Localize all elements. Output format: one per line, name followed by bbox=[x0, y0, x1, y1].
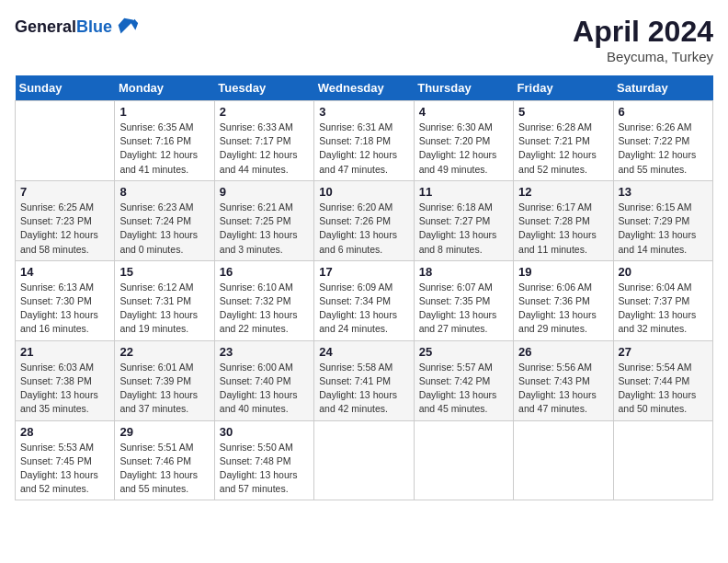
day-info: Sunrise: 6:03 AMSunset: 7:38 PMDaylight:… bbox=[20, 361, 109, 417]
title-block: April 2024 Beycuma, Turkey bbox=[573, 15, 713, 64]
calendar-cell: 6Sunrise: 6:26 AMSunset: 7:22 PMDaylight… bbox=[613, 101, 712, 181]
calendar-cell: 20Sunrise: 6:04 AMSunset: 7:37 PMDayligh… bbox=[613, 260, 712, 340]
day-number: 7 bbox=[20, 185, 109, 199]
calendar-cell: 26Sunrise: 5:56 AMSunset: 7:43 PMDayligh… bbox=[514, 340, 613, 420]
col-header-sunday: Sunday bbox=[16, 75, 115, 101]
day-info: Sunrise: 6:17 AMSunset: 7:28 PMDaylight:… bbox=[518, 201, 608, 257]
day-number: 15 bbox=[119, 265, 209, 279]
calendar-cell: 19Sunrise: 6:06 AMSunset: 7:36 PMDayligh… bbox=[514, 260, 613, 340]
day-info: Sunrise: 6:13 AMSunset: 7:30 PMDaylight:… bbox=[20, 281, 109, 337]
col-header-wednesday: Wednesday bbox=[314, 75, 414, 101]
calendar-cell: 25Sunrise: 5:57 AMSunset: 7:42 PMDayligh… bbox=[414, 340, 513, 420]
day-info: Sunrise: 6:01 AMSunset: 7:39 PMDaylight:… bbox=[119, 361, 209, 417]
logo: GeneralBlue bbox=[15, 15, 140, 40]
calendar-cell: 23Sunrise: 6:00 AMSunset: 7:40 PMDayligh… bbox=[214, 340, 313, 420]
day-info: Sunrise: 6:25 AMSunset: 7:23 PMDaylight:… bbox=[20, 201, 109, 257]
day-info: Sunrise: 5:57 AMSunset: 7:42 PMDaylight:… bbox=[419, 361, 508, 417]
day-info: Sunrise: 5:58 AMSunset: 7:41 PMDaylight:… bbox=[319, 361, 408, 417]
calendar-cell: 22Sunrise: 6:01 AMSunset: 7:39 PMDayligh… bbox=[115, 340, 214, 420]
calendar-cell: 9Sunrise: 6:21 AMSunset: 7:25 PMDaylight… bbox=[214, 180, 313, 260]
logo-icon bbox=[114, 15, 140, 40]
calendar-cell: 30Sunrise: 5:50 AMSunset: 7:48 PMDayligh… bbox=[214, 420, 313, 500]
col-header-friday: Friday bbox=[514, 75, 613, 101]
day-info: Sunrise: 6:00 AMSunset: 7:40 PMDaylight:… bbox=[220, 361, 309, 417]
calendar-cell: 7Sunrise: 6:25 AMSunset: 7:23 PMDaylight… bbox=[16, 180, 115, 260]
calendar-cell: 5Sunrise: 6:28 AMSunset: 7:21 PMDaylight… bbox=[514, 101, 613, 181]
week-row-2: 7Sunrise: 6:25 AMSunset: 7:23 PMDaylight… bbox=[16, 180, 713, 260]
col-header-saturday: Saturday bbox=[613, 75, 712, 101]
day-info: Sunrise: 5:56 AMSunset: 7:43 PMDaylight:… bbox=[518, 361, 608, 417]
day-info: Sunrise: 5:53 AMSunset: 7:45 PMDaylight:… bbox=[20, 441, 109, 497]
day-info: Sunrise: 6:20 AMSunset: 7:26 PMDaylight:… bbox=[319, 201, 408, 257]
day-number: 26 bbox=[518, 345, 608, 359]
day-number: 22 bbox=[119, 345, 209, 359]
col-header-thursday: Thursday bbox=[414, 75, 513, 101]
calendar-cell: 11Sunrise: 6:18 AMSunset: 7:27 PMDayligh… bbox=[414, 180, 513, 260]
day-info: Sunrise: 6:10 AMSunset: 7:32 PMDaylight:… bbox=[220, 281, 309, 337]
calendar-cell: 24Sunrise: 5:58 AMSunset: 7:41 PMDayligh… bbox=[314, 340, 414, 420]
day-info: Sunrise: 6:18 AMSunset: 7:27 PMDaylight:… bbox=[419, 201, 508, 257]
day-number: 20 bbox=[619, 265, 708, 279]
calendar-cell: 12Sunrise: 6:17 AMSunset: 7:28 PMDayligh… bbox=[514, 180, 613, 260]
day-number: 1 bbox=[119, 105, 209, 119]
day-number: 21 bbox=[20, 345, 109, 359]
calendar-cell: 15Sunrise: 6:12 AMSunset: 7:31 PMDayligh… bbox=[115, 260, 214, 340]
day-info: Sunrise: 6:31 AMSunset: 7:18 PMDaylight:… bbox=[319, 121, 408, 177]
col-header-monday: Monday bbox=[115, 75, 214, 101]
month-year: April 2024 bbox=[573, 15, 713, 49]
day-number: 29 bbox=[119, 425, 209, 439]
location: Beycuma, Turkey bbox=[573, 49, 713, 64]
calendar-cell: 18Sunrise: 6:07 AMSunset: 7:35 PMDayligh… bbox=[414, 260, 513, 340]
day-number: 12 bbox=[518, 185, 608, 199]
week-row-1: 1Sunrise: 6:35 AMSunset: 7:16 PMDaylight… bbox=[16, 101, 713, 181]
week-row-5: 28Sunrise: 5:53 AMSunset: 7:45 PMDayligh… bbox=[16, 420, 713, 500]
day-number: 4 bbox=[419, 105, 508, 119]
day-number: 2 bbox=[220, 105, 309, 119]
day-info: Sunrise: 6:30 AMSunset: 7:20 PMDaylight:… bbox=[419, 121, 508, 177]
day-info: Sunrise: 6:07 AMSunset: 7:35 PMDaylight:… bbox=[419, 281, 508, 337]
day-info: Sunrise: 6:06 AMSunset: 7:36 PMDaylight:… bbox=[518, 281, 608, 337]
day-number: 13 bbox=[619, 185, 708, 199]
day-info: Sunrise: 6:12 AMSunset: 7:31 PMDaylight:… bbox=[119, 281, 209, 337]
day-info: Sunrise: 5:51 AMSunset: 7:46 PMDaylight:… bbox=[119, 441, 209, 497]
day-number: 25 bbox=[419, 345, 508, 359]
day-number: 8 bbox=[119, 185, 209, 199]
day-number: 17 bbox=[319, 265, 408, 279]
day-info: Sunrise: 6:15 AMSunset: 7:29 PMDaylight:… bbox=[619, 201, 708, 257]
calendar-cell bbox=[514, 420, 613, 500]
calendar-cell: 3Sunrise: 6:31 AMSunset: 7:18 PMDaylight… bbox=[314, 101, 414, 181]
day-number: 19 bbox=[518, 265, 608, 279]
calendar-cell: 1Sunrise: 6:35 AMSunset: 7:16 PMDaylight… bbox=[115, 101, 214, 181]
day-number: 27 bbox=[619, 345, 708, 359]
day-number: 23 bbox=[220, 345, 309, 359]
calendar-cell: 17Sunrise: 6:09 AMSunset: 7:34 PMDayligh… bbox=[314, 260, 414, 340]
day-number: 28 bbox=[20, 425, 109, 439]
day-number: 18 bbox=[419, 265, 508, 279]
calendar-cell: 13Sunrise: 6:15 AMSunset: 7:29 PMDayligh… bbox=[613, 180, 712, 260]
page-header: GeneralBlue April 2024 Beycuma, Turkey bbox=[15, 15, 713, 64]
week-row-4: 21Sunrise: 6:03 AMSunset: 7:38 PMDayligh… bbox=[16, 340, 713, 420]
day-number: 10 bbox=[319, 185, 408, 199]
col-header-tuesday: Tuesday bbox=[214, 75, 313, 101]
day-info: Sunrise: 6:33 AMSunset: 7:17 PMDaylight:… bbox=[220, 121, 309, 177]
calendar-cell bbox=[16, 101, 115, 181]
day-number: 3 bbox=[319, 105, 408, 119]
day-number: 9 bbox=[220, 185, 309, 199]
day-info: Sunrise: 6:21 AMSunset: 7:25 PMDaylight:… bbox=[220, 201, 309, 257]
calendar-cell bbox=[414, 420, 513, 500]
calendar-cell: 16Sunrise: 6:10 AMSunset: 7:32 PMDayligh… bbox=[214, 260, 313, 340]
day-number: 6 bbox=[619, 105, 708, 119]
calendar-cell: 8Sunrise: 6:23 AMSunset: 7:24 PMDaylight… bbox=[115, 180, 214, 260]
calendar-cell bbox=[613, 420, 712, 500]
day-info: Sunrise: 6:09 AMSunset: 7:34 PMDaylight:… bbox=[319, 281, 408, 337]
day-info: Sunrise: 6:35 AMSunset: 7:16 PMDaylight:… bbox=[119, 121, 209, 177]
calendar-cell: 29Sunrise: 5:51 AMSunset: 7:46 PMDayligh… bbox=[115, 420, 214, 500]
day-info: Sunrise: 6:28 AMSunset: 7:21 PMDaylight:… bbox=[518, 121, 608, 177]
day-info: Sunrise: 5:50 AMSunset: 7:48 PMDaylight:… bbox=[220, 441, 309, 497]
logo-text: GeneralBlue bbox=[15, 18, 112, 37]
day-info: Sunrise: 5:54 AMSunset: 7:44 PMDaylight:… bbox=[619, 361, 708, 417]
day-number: 14 bbox=[20, 265, 109, 279]
day-number: 5 bbox=[518, 105, 608, 119]
day-info: Sunrise: 6:23 AMSunset: 7:24 PMDaylight:… bbox=[119, 201, 209, 257]
calendar-table: SundayMondayTuesdayWednesdayThursdayFrid… bbox=[15, 75, 713, 500]
